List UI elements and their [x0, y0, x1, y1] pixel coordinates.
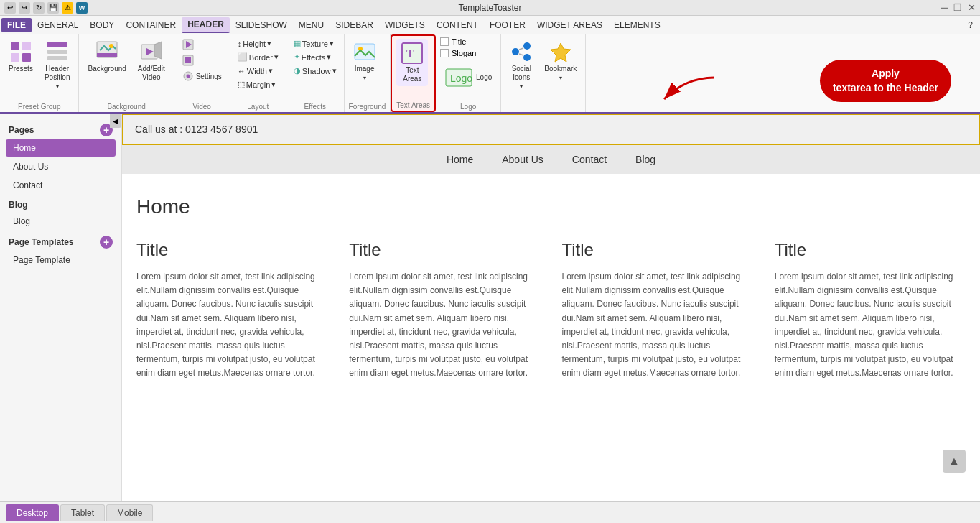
refresh-icon[interactable]: ↻	[33, 2, 45, 14]
shadow-arrow: ▾	[332, 66, 337, 75]
width-dropdown[interactable]: ↔ Width ▾	[235, 65, 281, 77]
tab-desktop[interactable]: Desktop	[6, 504, 59, 521]
page-templates-label: Page Templates	[9, 237, 73, 247]
col-0-title: Title	[136, 240, 327, 260]
warning-icon[interactable]: ⚠	[62, 2, 73, 14]
nav-blog[interactable]: Blog	[635, 154, 655, 165]
ribbon-background-section: Background Add/EditVideo Background	[79, 34, 174, 112]
sidebar-item-about-us[interactable]: About Us	[6, 158, 116, 175]
menu-footer[interactable]: FOOTER	[484, 18, 531, 32]
menu-header[interactable]: HEADER	[182, 17, 230, 33]
social-icons-arrow: ▾	[520, 83, 523, 90]
background-button[interactable]: Background	[83, 37, 130, 76]
text-areas-label: TextAreas	[403, 66, 421, 83]
menu-elements[interactable]: ELEMENTS	[608, 18, 666, 32]
menu-general[interactable]: GENERAL	[32, 18, 84, 32]
play-btn[interactable]	[179, 37, 225, 52]
sidebar-collapse-btn[interactable]: ◀	[110, 114, 121, 128]
effects-dropdown[interactable]: ✦ Effects ▾	[291, 51, 340, 63]
social-section-label	[505, 109, 581, 111]
slogan-label: Slogan	[452, 49, 476, 57]
presets-icon	[9, 40, 32, 63]
text-areas-button[interactable]: T TextAreas	[396, 39, 428, 86]
menu-container[interactable]: CONTAINER	[120, 18, 182, 32]
tab-tablet[interactable]: Tablet	[60, 504, 105, 521]
logo-button[interactable]: Logo Logo	[440, 60, 496, 95]
close-btn[interactable]: ✕	[968, 2, 976, 13]
tab-mobile[interactable]: Mobile	[106, 504, 153, 521]
canvas-area[interactable]: Call us at : 0123 4567 8901 Home About U…	[122, 114, 980, 501]
title-checkbox-row: Title	[440, 37, 466, 46]
title-checkbox[interactable]	[440, 37, 449, 46]
svg-rect-16	[185, 57, 191, 63]
slogan-checkbox[interactable]	[440, 49, 449, 57]
image-button[interactable]: Image ▾	[349, 37, 381, 84]
annotation-bubble: Apply textarea to the Header	[820, 60, 951, 102]
sidebar-item-home[interactable]: Home	[6, 139, 116, 157]
sidebar-item-blog[interactable]: Blog	[6, 213, 116, 230]
add-edit-video-label: Add/EditVideo	[138, 65, 165, 82]
nav-about-us[interactable]: About Us	[502, 154, 543, 165]
height-dropdown[interactable]: ↕ Height ▾	[235, 37, 281, 50]
margin-icon: ⬚	[238, 80, 245, 89]
nav-home[interactable]: Home	[447, 154, 473, 165]
menu-slideshow[interactable]: SLIDESHOW	[230, 18, 293, 32]
shadow-dropdown[interactable]: ◑ Shadow ▾	[291, 65, 340, 77]
sidebar-item-page-template[interactable]: Page Template	[6, 251, 116, 269]
sidebar-item-contact[interactable]: Contact	[6, 177, 116, 194]
ribbon-video-section: Settings Video	[174, 34, 230, 112]
settings-btn[interactable]: Settings	[179, 69, 225, 83]
effects-section-label: Effects	[291, 101, 340, 111]
presets-button[interactable]: Presets	[4, 37, 37, 76]
ribbon-logo-section: Title Slogan Logo Logo Logo	[436, 34, 501, 112]
menu-widgets[interactable]: WIDGETS	[379, 18, 431, 32]
ribbon-social-section: SocialIcons ▾ Bookmark ▾	[501, 34, 586, 112]
site-header-banner: Call us at : 0123 4567 8901	[122, 114, 980, 145]
add-template-btn[interactable]: +	[100, 236, 113, 249]
menu-sidebar[interactable]: SIDEBAR	[330, 18, 379, 32]
svg-rect-1	[22, 42, 31, 50]
texture-arrow: ▾	[330, 39, 334, 48]
shadow-label: Shadow	[302, 67, 331, 75]
margin-dropdown[interactable]: ⬚ Margin ▾	[235, 78, 281, 91]
svg-point-26	[523, 42, 531, 50]
nav-contact[interactable]: Contact	[572, 154, 607, 165]
help-btn[interactable]: ?	[962, 18, 979, 32]
svg-rect-19	[355, 44, 375, 60]
header-position-button[interactable]: HeaderPosition ▾	[40, 37, 75, 93]
bookmark-arrow: ▾	[559, 75, 562, 81]
redo-icon[interactable]: ↪	[19, 2, 30, 14]
logo-icon: Logo	[444, 63, 473, 92]
border-label: Border	[249, 53, 273, 62]
content-col-1: Title Lorem ipsum dolor sit amet, test l…	[349, 240, 540, 381]
undo-icon[interactable]: ↩	[4, 2, 16, 14]
menu-body[interactable]: BODY	[84, 18, 120, 32]
save-icon[interactable]: 💾	[47, 2, 59, 14]
svg-text:T: T	[406, 47, 414, 60]
menu-content[interactable]: CONTENT	[431, 18, 484, 32]
app-layout: ◀ Pages + Home About Us Contact Blog Blo…	[0, 114, 980, 501]
menu-file[interactable]: FILE	[1, 18, 32, 32]
background-icon	[95, 40, 118, 63]
social-icons-button[interactable]: SocialIcons ▾	[505, 37, 537, 93]
minimize-btn[interactable]: ─	[941, 2, 948, 13]
ribbon-layout-section: ↕ Height ▾ ⬜ Border ▾ ↔ Width ▾ ⬚ Margin	[230, 34, 286, 112]
content-col-3: Title Lorem ipsum dolor sit amet, test l…	[775, 240, 966, 381]
col-1-title: Title	[349, 240, 540, 260]
bookmark-icon	[549, 40, 572, 63]
wordpress-icon[interactable]: W	[76, 2, 88, 14]
stop-btn[interactable]	[179, 53, 225, 68]
image-label: Image	[355, 65, 375, 73]
menu-widget-areas[interactable]: WIDGET AREAS	[531, 18, 608, 32]
add-edit-video-button[interactable]: Add/EditVideo	[134, 37, 169, 85]
svg-point-25	[512, 48, 519, 55]
border-dropdown[interactable]: ⬜ Border ▾	[235, 51, 281, 63]
scroll-top-btn[interactable]: ▲	[943, 450, 966, 473]
texture-dropdown[interactable]: ▦ Texture ▾	[291, 37, 340, 50]
presets-label: Presets	[9, 65, 33, 73]
restore-btn[interactable]: ❐	[953, 2, 962, 13]
menu-menu[interactable]: MENU	[293, 18, 330, 32]
logo-label: Logo	[476, 73, 492, 82]
header-position-icon	[46, 40, 69, 63]
bookmark-button[interactable]: Bookmark ▾	[540, 37, 581, 84]
